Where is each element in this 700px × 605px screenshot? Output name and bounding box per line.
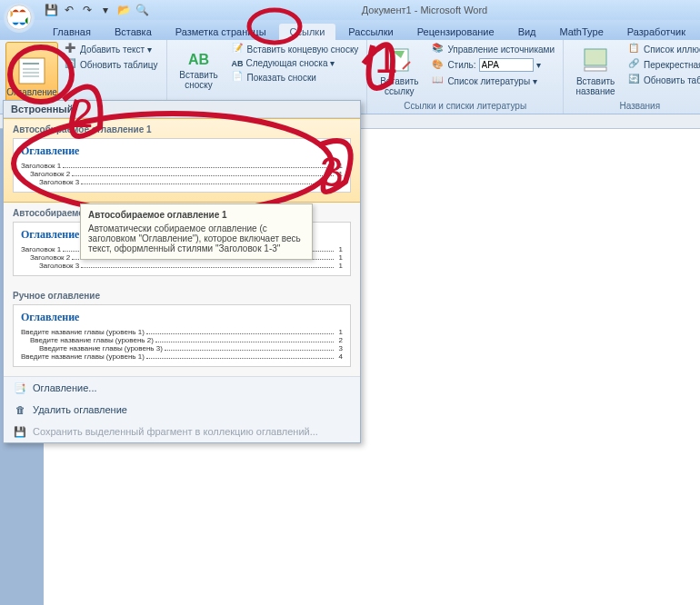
toc-dropdown-footer: 📑Оглавление... 🗑Удалить оглавление 💾Сохр…: [4, 376, 360, 442]
ribbon-tabs: Главная Вставка Разметка страницы Ссылки…: [0, 20, 700, 40]
preview-heading: Оглавление: [21, 144, 343, 158]
crossref-icon: 🔗: [628, 58, 641, 71]
figures-list-button[interactable]: 📋Список иллюст: [625, 42, 700, 56]
undo-icon[interactable]: ↶: [62, 3, 76, 17]
insert-footnote-button[interactable]: AB Вставить сноску: [173, 42, 225, 100]
tab-pagelayout[interactable]: Разметка страницы: [165, 24, 277, 40]
endnote-icon: 📝: [232, 43, 245, 55]
toc-line: Введите название главы (уровень 2)2: [21, 336, 343, 344]
style-dropdown[interactable]: 🎨Стиль:▾: [429, 57, 557, 73]
toc-gallery-item[interactable]: Ручное оглавлениеОглавлениеВведите назва…: [4, 285, 360, 376]
toc-gallery-item[interactable]: Автособираемое оглавление 1ОглавлениеЗаг…: [4, 118, 360, 203]
manage-sources-button[interactable]: 📚Управление источниками: [429, 42, 557, 56]
caption-icon: [581, 45, 610, 74]
chevron-down-icon: ▾: [536, 60, 541, 70]
notes-icon: 📄: [232, 71, 245, 84]
tab-review[interactable]: Рецензирование: [406, 24, 505, 40]
tab-mailings[interactable]: Рассылки: [337, 24, 404, 40]
toc-line: Заголовок 11: [21, 162, 343, 170]
update-table-button2[interactable]: 🔄Обновить табл: [625, 73, 700, 87]
toc-line: Заголовок 21: [21, 170, 343, 178]
bibliography-button[interactable]: 📖Список литературы▾: [429, 74, 557, 88]
plus-icon: ➕: [65, 43, 77, 55]
toc-dropdown-header: Встроенный: [4, 101, 360, 118]
toc-icon: [17, 56, 46, 85]
tab-view[interactable]: Вид: [507, 24, 547, 40]
ab-small-icon: AB: [232, 59, 244, 68]
office-button[interactable]: [2, 0, 38, 36]
group-captions: Вставить название 📋Список иллюст 🔗Перекр…: [564, 40, 700, 114]
toc-line: Введите название главы (уровень 3)3: [21, 344, 343, 352]
toc-preview: ОглавлениеВведите название главы (уровен…: [13, 304, 351, 367]
preview-heading: Оглавление: [21, 311, 343, 324]
open-icon[interactable]: 📂: [116, 3, 131, 17]
chevron-down-icon: ▾: [147, 45, 152, 55]
sources-icon: 📚: [432, 43, 445, 55]
tooltip-body: Автоматически собираемое оглавление (с з…: [88, 223, 305, 253]
tooltip: Автособираемое оглавление 1 Автоматическ…: [80, 203, 313, 260]
redo-icon[interactable]: ↷: [80, 3, 95, 17]
biblio-icon: 📖: [432, 74, 445, 87]
list-icon: 📋: [628, 43, 641, 55]
window-title: Документ1 - Microsoft Word: [149, 5, 700, 15]
toc-line: Введите название главы (уровень 1)1: [21, 328, 343, 336]
toc-gallery-dropdown: Встроенный Автособираемое оглавление 1Ог…: [3, 100, 361, 443]
save-icon: 💾: [13, 424, 27, 439]
group-citations: Вставить ссылку 📚Управление источниками …: [367, 40, 564, 114]
chevron-down-icon: ▾: [330, 58, 335, 68]
chevron-down-icon: ▾: [533, 76, 537, 86]
tab-mathtype[interactable]: MathType: [549, 24, 615, 40]
tab-insert[interactable]: Вставка: [104, 24, 163, 40]
svg-rect-8: [585, 49, 606, 65]
toc-icon: 📑: [13, 381, 27, 395]
delete-icon: 🗑: [13, 402, 27, 417]
toc-line: Заголовок 31: [21, 178, 343, 186]
toc-item-title: Автособираемое оглавление 1: [13, 124, 351, 134]
svg-rect-2: [19, 58, 45, 84]
citation-icon: [385, 45, 414, 74]
titlebar: 💾 ↶ ↷ ▾ 📂 🔍 Документ1 - Microsoft Word: [0, 0, 700, 20]
toc-line: Заголовок 31: [21, 262, 343, 270]
show-notes-button[interactable]: 📄Показать сноски: [229, 70, 362, 84]
more-icon[interactable]: ▾: [98, 3, 113, 17]
svg-point-1: [7, 5, 32, 30]
tooltip-title: Автособираемое оглавление 1: [88, 210, 305, 220]
tab-references[interactable]: Ссылки: [279, 24, 336, 40]
insert-caption-button[interactable]: Вставить название: [569, 42, 622, 100]
tab-developer[interactable]: Разработчик: [616, 24, 696, 40]
ab-icon: AB: [188, 52, 209, 68]
insert-endnote-button[interactable]: 📝Вставить концевую сноску: [229, 42, 362, 56]
style-icon: 🎨: [432, 59, 445, 72]
toc-line: Введите название главы (уровень 1)4: [21, 352, 343, 361]
quick-access-toolbar: 💾 ↶ ↷ ▾ 📂 🔍: [44, 3, 149, 17]
preview-icon[interactable]: 🔍: [135, 3, 149, 17]
save-selection-button: 💾Сохранить выделенный фрагмент в коллекц…: [4, 421, 360, 442]
refresh-icon: 🔄: [628, 74, 641, 86]
custom-toc-button[interactable]: 📑Оглавление...: [4, 377, 360, 399]
remove-toc-button[interactable]: 🗑Удалить оглавление: [4, 399, 360, 421]
save-icon[interactable]: 💾: [44, 3, 58, 17]
tab-home[interactable]: Главная: [42, 24, 102, 40]
toc-item-title: Ручное оглавление: [13, 291, 351, 301]
toc-preview: ОглавлениеЗаголовок 11Заголовок 21Заголо…: [13, 138, 351, 193]
style-input[interactable]: [479, 58, 534, 72]
next-footnote-button[interactable]: ABСледующая сноска▾: [229, 57, 362, 69]
crossref-button[interactable]: 🔗Перекрестная: [625, 57, 700, 72]
refresh-icon: 🔄: [65, 58, 77, 71]
add-text-button[interactable]: ➕Добавить текст▾: [62, 42, 161, 56]
update-table-button[interactable]: 🔄Обновить таблицу: [62, 57, 161, 72]
insert-citation-button[interactable]: Вставить ссылку: [373, 42, 425, 100]
svg-rect-9: [585, 67, 606, 71]
